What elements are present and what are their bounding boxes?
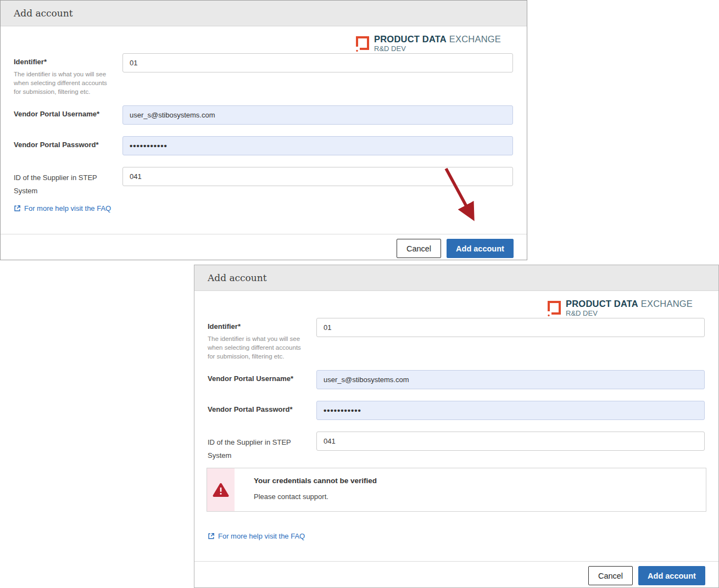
- username-input[interactable]: [316, 370, 705, 389]
- identifier-label: Identifier*: [14, 58, 122, 66]
- password-input[interactable]: [316, 401, 705, 420]
- identifier-label: Identifier*: [208, 322, 316, 331]
- identifier-help-text: The identifier is what you will see when…: [208, 334, 306, 361]
- product-data-exchange-logo: PRODUCT DATA EXCHANGE R&D DEV: [355, 34, 501, 53]
- logo-brand-primary: PRODUCT DATA: [566, 299, 638, 309]
- external-link-icon: [208, 533, 215, 540]
- dialog-footer: Cancel Add account: [1, 234, 527, 260]
- username-label: Vendor Portal Username*: [208, 374, 316, 383]
- warning-triangle-icon: [213, 483, 229, 497]
- password-label: Vendor Portal Password*: [14, 141, 122, 149]
- identifier-input[interactable]: [316, 318, 705, 337]
- logo-text: PRODUCT DATA EXCHANGE R&D DEV: [374, 34, 501, 53]
- add-account-button[interactable]: Add account: [447, 239, 514, 258]
- supplier-id-input[interactable]: [316, 432, 705, 451]
- product-data-exchange-logo: PRODUCT DATA EXCHANGE R&D DEV: [547, 299, 693, 318]
- faq-link[interactable]: For more help visit the FAQ: [208, 532, 305, 540]
- error-banner-content: Your credentials cannot be verified Plea…: [235, 468, 377, 511]
- logo-brand-primary: PRODUCT DATA: [374, 34, 447, 44]
- username-label: Vendor Portal Username*: [14, 110, 122, 118]
- logo-environment: R&D DEV: [566, 309, 693, 317]
- error-title: Your credentials cannot be verified: [254, 477, 377, 485]
- external-link-icon: [14, 205, 21, 212]
- username-row: Vendor Portal Username*: [14, 105, 513, 125]
- cancel-button[interactable]: Cancel: [588, 566, 633, 585]
- logo-brand-secondary: EXCHANGE: [449, 34, 501, 44]
- dialog-title: Add account: [208, 272, 267, 283]
- logo-text: PRODUCT DATA EXCHANGE R&D DEV: [566, 299, 693, 317]
- supplier-id-row: ID of the Supplier in STEP System: [208, 432, 705, 462]
- error-message: Please contact support.: [254, 492, 377, 501]
- password-input[interactable]: [122, 136, 513, 155]
- logo-brand-secondary: EXCHANGE: [641, 299, 693, 309]
- dialog-titlebar: Add account: [194, 265, 718, 291]
- supplier-id-label: ID of the Supplier in STEP System: [14, 171, 107, 198]
- add-account-dialog: Add account PRODUCT DATA EXCHANGE R&D DE…: [0, 0, 527, 260]
- add-account-button[interactable]: Add account: [638, 566, 705, 585]
- supplier-id-row: ID of the Supplier in STEP System: [14, 167, 513, 198]
- username-input[interactable]: [122, 105, 513, 125]
- cancel-button[interactable]: Cancel: [397, 239, 441, 258]
- dialog-title: Add account: [14, 8, 73, 19]
- password-label: Vendor Portal Password*: [208, 405, 316, 413]
- add-account-dialog-error-state: Add account PRODUCT DATA EXCHANGE R&D DE…: [194, 265, 719, 588]
- logo-environment: R&D DEV: [374, 44, 501, 53]
- error-banner: Your credentials cannot be verified Plea…: [207, 468, 706, 512]
- faq-link-label: For more help visit the FAQ: [218, 532, 305, 540]
- faq-link-label: For more help visit the FAQ: [24, 204, 111, 212]
- error-banner-icon-strip: [207, 468, 235, 511]
- supplier-id-label: ID of the Supplier in STEP System: [208, 436, 301, 462]
- logo-square-icon: [547, 300, 562, 318]
- identifier-help-text: The identifier is what you will see when…: [14, 70, 113, 96]
- identifier-row: Identifier* The identifier is what you w…: [208, 318, 705, 361]
- identifier-input[interactable]: [122, 53, 513, 72]
- dialog-titlebar: Add account: [1, 1, 527, 26]
- logo-square-icon: [355, 35, 370, 53]
- identifier-row: Identifier* The identifier is what you w…: [14, 53, 513, 96]
- password-row: Vendor Portal Password*: [14, 136, 513, 155]
- username-row: Vendor Portal Username*: [208, 370, 705, 389]
- password-row: Vendor Portal Password*: [208, 401, 705, 420]
- dialog-footer: Cancel Add account: [194, 561, 718, 587]
- faq-link[interactable]: For more help visit the FAQ: [14, 204, 111, 212]
- supplier-id-input[interactable]: [122, 167, 513, 186]
